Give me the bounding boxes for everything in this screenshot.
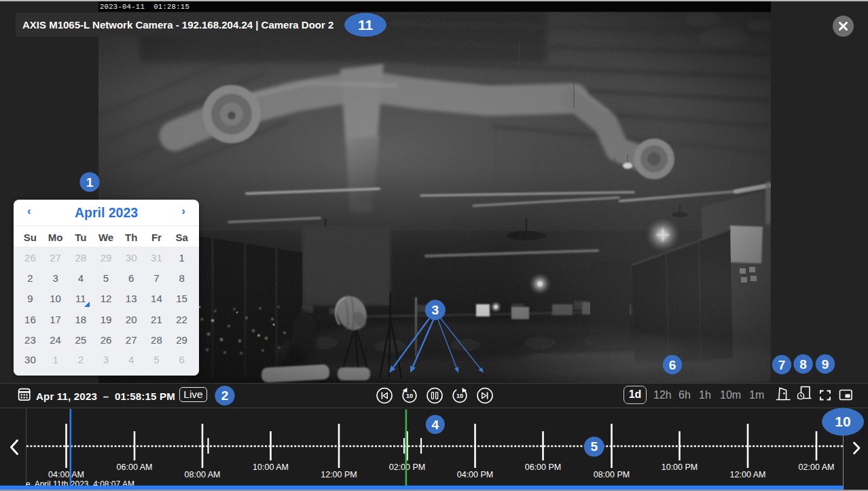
svg-text:3: 3 (432, 303, 439, 317)
svg-text:4: 4 (432, 418, 439, 432)
svg-text:10: 10 (835, 414, 850, 429)
svg-text:8: 8 (799, 357, 807, 371)
svg-text:7: 7 (778, 358, 786, 372)
svg-text:1: 1 (86, 175, 94, 189)
svg-text:11: 11 (358, 17, 374, 33)
svg-text:9: 9 (822, 357, 829, 371)
svg-text:2: 2 (221, 388, 229, 403)
svg-text:5: 5 (590, 439, 598, 454)
svg-text:6: 6 (669, 358, 676, 372)
